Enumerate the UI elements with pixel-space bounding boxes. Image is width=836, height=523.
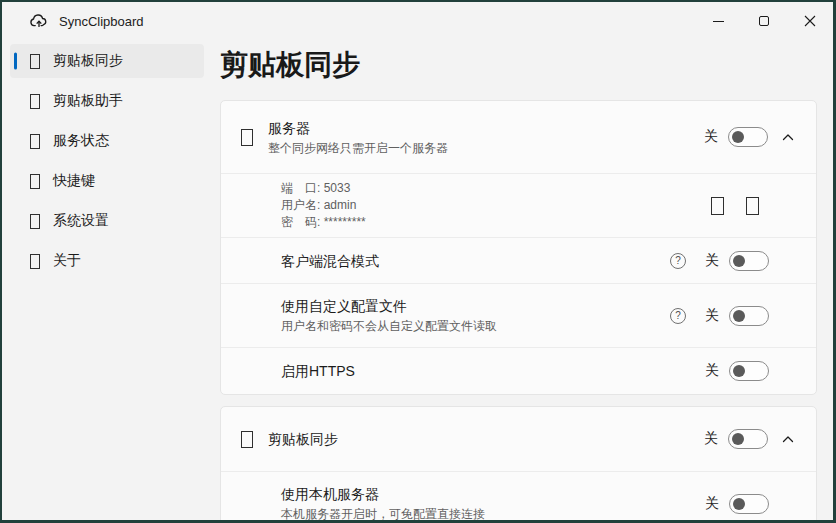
local-server-row: 使用本机服务器 本机服务器开启时，可免配置直接连接 关 bbox=[221, 471, 816, 520]
local-server-title: 使用本机服务器 bbox=[281, 485, 705, 503]
server-toggle-label: 关 bbox=[704, 128, 718, 146]
copy-config-button[interactable] bbox=[746, 197, 759, 215]
server-card: 服务器 整个同步网络只需开启一个服务器 关 端 口: 5033 用户名 bbox=[220, 100, 817, 395]
enable-https-toggle[interactable] bbox=[729, 361, 769, 381]
clipboard-sync-icon bbox=[30, 54, 40, 69]
help-icon[interactable]: ? bbox=[670, 253, 686, 269]
minimize-button[interactable] bbox=[695, 2, 741, 40]
sidebar-item-service-status[interactable]: 服务状态 bbox=[10, 124, 204, 158]
edit-config-button[interactable] bbox=[711, 197, 724, 215]
sync-header-row: 剪贴板同步 关 bbox=[221, 407, 816, 471]
row-controls: ? 关 bbox=[670, 306, 769, 326]
password-label: 密 码: bbox=[281, 215, 320, 229]
service-status-icon bbox=[30, 134, 40, 149]
sidebar: 剪贴板同步 剪贴板助手 服务状态 快捷键 系统设置 关于 bbox=[2, 40, 212, 520]
cloud-upload-app-icon bbox=[28, 10, 50, 32]
sidebar-item-label: 剪贴板助手 bbox=[53, 92, 123, 110]
custom-config-title: 使用自定义配置文件 bbox=[281, 297, 670, 315]
server-detail-actions bbox=[689, 197, 759, 215]
client-mixed-mode-title: 客户端混合模式 bbox=[281, 252, 670, 270]
client-mixed-mode-toggle[interactable] bbox=[729, 251, 769, 271]
row-text: 启用HTTPS bbox=[281, 362, 705, 380]
sync-collapse-button[interactable] bbox=[782, 435, 794, 443]
row-text: 使用本机服务器 本机服务器开启时，可免配置直接连接 bbox=[281, 485, 705, 520]
port-label: 端 口: bbox=[281, 181, 320, 195]
system-settings-icon bbox=[30, 214, 40, 229]
custom-config-row: 使用自定义配置文件 用户名和密码不会从自定义配置文件读取 ? 关 bbox=[221, 283, 816, 347]
toggle-label: 关 bbox=[705, 252, 719, 270]
sync-toggle[interactable] bbox=[728, 429, 768, 449]
sidebar-item-clipboard-assistant[interactable]: 剪贴板助手 bbox=[10, 84, 204, 118]
client-mixed-mode-row: 客户端混合模式 ? 关 bbox=[221, 237, 816, 283]
server-collapse-button[interactable] bbox=[782, 133, 794, 141]
toggle-label: 关 bbox=[705, 362, 719, 380]
server-toggle[interactable] bbox=[728, 127, 768, 147]
page-title: 剪贴板同步 bbox=[220, 46, 817, 84]
username-value: admin bbox=[324, 198, 357, 212]
app-window: SyncClipboard 剪贴板同步 剪贴板助手 服务状态 bbox=[0, 0, 836, 523]
sidebar-item-label: 关于 bbox=[53, 252, 81, 270]
copy-icon bbox=[746, 197, 759, 215]
chevron-up-icon bbox=[782, 435, 794, 443]
clipboard-sync-card: 剪贴板同步 关 使用本机服务器 本机服务器开启时，可免配置直接连接 bbox=[220, 406, 817, 520]
help-icon[interactable]: ? bbox=[670, 308, 686, 324]
toggle-label: 关 bbox=[705, 495, 719, 513]
sidebar-item-label: 剪贴板同步 bbox=[53, 52, 123, 70]
server-subtitle: 整个同步网络只需开启一个服务器 bbox=[268, 140, 704, 156]
row-text: 客户端混合模式 bbox=[281, 252, 670, 270]
chevron-up-icon bbox=[782, 133, 794, 141]
server-detail-lines: 端 口: 5033 用户名: admin 密 码: ********* bbox=[281, 180, 689, 231]
local-server-toggle[interactable] bbox=[729, 494, 769, 514]
maximize-button[interactable] bbox=[741, 2, 787, 40]
username-line: 用户名: admin bbox=[281, 197, 689, 214]
sidebar-item-label: 服务状态 bbox=[53, 132, 109, 150]
caption-buttons bbox=[695, 2, 833, 40]
server-header-row: 服务器 整个同步网络只需开启一个服务器 关 bbox=[221, 101, 816, 173]
enable-https-row: 启用HTTPS 关 bbox=[221, 347, 816, 394]
toggle-knob bbox=[733, 498, 745, 510]
selected-accent-bar bbox=[14, 53, 17, 70]
about-icon bbox=[30, 254, 40, 269]
sync-toggle-label: 关 bbox=[704, 430, 718, 448]
clipboard-sync-card-icon bbox=[241, 431, 253, 448]
hotkeys-icon bbox=[30, 174, 40, 189]
sync-header-text: 剪贴板同步 bbox=[268, 430, 704, 448]
custom-config-subtitle: 用户名和密码不会从自定义配置文件读取 bbox=[281, 318, 670, 334]
username-label: 用户名: bbox=[281, 198, 320, 212]
server-title: 服务器 bbox=[268, 119, 704, 137]
sidebar-item-hotkeys[interactable]: 快捷键 bbox=[10, 164, 204, 198]
password-value: ********* bbox=[324, 215, 366, 229]
maximize-icon bbox=[759, 16, 769, 26]
toggle-knob bbox=[733, 255, 745, 267]
server-details-row: 端 口: 5033 用户名: admin 密 码: ********* bbox=[221, 173, 816, 237]
sidebar-item-system-settings[interactable]: 系统设置 bbox=[10, 204, 204, 238]
clipboard-assistant-icon bbox=[30, 94, 40, 109]
main-content: 剪贴板同步 服务器 整个同步网络只需开启一个服务器 关 bbox=[212, 40, 833, 520]
custom-config-toggle[interactable] bbox=[729, 306, 769, 326]
row-controls: 关 bbox=[705, 361, 769, 381]
toggle-knob bbox=[733, 365, 745, 377]
server-icon bbox=[241, 129, 253, 146]
row-controls: 关 bbox=[705, 494, 769, 514]
local-server-subtitle: 本机服务器开启时，可免配置直接连接 bbox=[281, 506, 705, 520]
port-line: 端 口: 5033 bbox=[281, 180, 689, 197]
minimize-icon bbox=[713, 21, 724, 22]
close-button[interactable] bbox=[787, 2, 833, 40]
sidebar-item-label: 系统设置 bbox=[53, 212, 109, 230]
toggle-knob bbox=[732, 433, 744, 445]
port-value: 5033 bbox=[324, 181, 351, 195]
titlebar: SyncClipboard bbox=[2, 2, 833, 40]
server-header-text: 服务器 整个同步网络只需开启一个服务器 bbox=[268, 119, 704, 156]
row-controls: ? 关 bbox=[670, 251, 769, 271]
toggle-label: 关 bbox=[705, 307, 719, 325]
sidebar-item-about[interactable]: 关于 bbox=[10, 244, 204, 278]
app-body: 剪贴板同步 剪贴板助手 服务状态 快捷键 系统设置 关于 bbox=[2, 40, 833, 520]
enable-https-title: 启用HTTPS bbox=[281, 362, 705, 380]
sidebar-item-clipboard-sync[interactable]: 剪贴板同步 bbox=[10, 44, 204, 78]
toggle-knob bbox=[732, 131, 744, 143]
server-controls: 关 bbox=[704, 127, 794, 147]
password-line: 密 码: ********* bbox=[281, 214, 689, 231]
sync-controls: 关 bbox=[704, 429, 794, 449]
sidebar-item-label: 快捷键 bbox=[53, 172, 95, 190]
window-title: SyncClipboard bbox=[59, 14, 144, 29]
